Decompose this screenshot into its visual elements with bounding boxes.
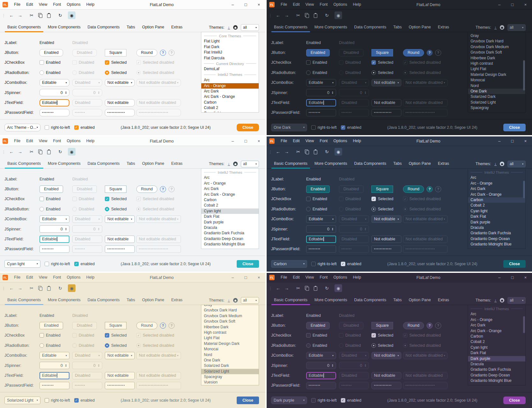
theme-list-item[interactable]: Gruvbox Dark Soft [468, 50, 525, 55]
theme-list-item[interactable]: Arc Dark - Orange [468, 328, 525, 334]
theme-list-item[interactable]: Cyan light [201, 208, 259, 214]
toolbar-grip-icon[interactable]: ⋮ [268, 13, 272, 18]
right-to-left-checkbox[interactable]: right-to-left [45, 398, 70, 403]
cut-icon[interactable]: ✂ [294, 284, 302, 292]
forward-icon[interactable]: → [16, 11, 24, 19]
theme-list-item[interactable]: Dark Flat [201, 214, 259, 219]
jpasswordfield-enabled[interactable]: •••••••• [306, 382, 336, 389]
theme-list-item[interactable]: Solarized Dark [468, 94, 525, 99]
jpasswordfield-not-editable[interactable]: •••••••••••• [105, 382, 135, 389]
refresh-icon[interactable]: ↻ [323, 148, 331, 156]
menu-help[interactable]: Help [83, 273, 97, 282]
tab-basic-components[interactable]: Basic Components [270, 159, 311, 168]
menu-help[interactable]: Help [83, 136, 97, 146]
theme-list-item[interactable]: Gray [201, 305, 259, 308]
jradiobutton-enabled[interactable]: Enabled [306, 70, 339, 75]
tab-extras[interactable]: Extras [168, 296, 186, 305]
jpasswordfield-enabled[interactable]: •••••••• [306, 109, 336, 116]
copy-icon[interactable] [36, 148, 44, 156]
help-button[interactable]: ? [160, 186, 166, 192]
cut-icon[interactable]: ✂ [294, 11, 302, 19]
jcheckbox-selected[interactable]: Selected [371, 197, 403, 201]
jcombobox-editable[interactable]: Editable [306, 215, 336, 223]
cut-icon[interactable]: ✂ [294, 148, 302, 156]
refresh-icon[interactable]: ↻ [323, 284, 331, 292]
theme-list-item[interactable]: Cyan light [201, 111, 259, 113]
back-icon[interactable]: ← [274, 11, 282, 19]
maximize-button[interactable]: □ [506, 273, 519, 282]
theme-list-item[interactable]: Vuesion [201, 380, 259, 385]
jpasswordfield-not-editable[interactable]: •••••••••••• [105, 245, 135, 253]
right-to-left-checkbox[interactable]: right-to-left [311, 398, 337, 403]
jcombobox-editable[interactable]: Editable [306, 352, 336, 359]
jradiobutton-selected[interactable]: Selected [105, 343, 136, 348]
jbutton-round[interactable]: Round [136, 186, 157, 193]
tab-option-pane[interactable]: Option Pane [139, 296, 168, 305]
jspinner-enabled[interactable]: 0 [306, 362, 336, 369]
theme-list-item[interactable]: Arc Dark - Orange [201, 192, 259, 197]
menu-options[interactable]: Options [331, 0, 350, 9]
menu-edit[interactable]: Edit [290, 273, 303, 282]
jcheckbox-enabled[interactable]: Enabled [306, 197, 339, 201]
menu-font[interactable]: Font [317, 273, 331, 282]
menu-help[interactable]: Help [350, 0, 364, 9]
eye-toggle-icon[interactable]: ◉ [334, 148, 342, 156]
menu-file[interactable]: File [11, 273, 23, 282]
jcombobox-not-editable[interactable]: Not editable [105, 215, 135, 223]
menu-font[interactable]: Font [50, 0, 64, 9]
jcombobox-editable[interactable]: Editable [40, 79, 69, 86]
forward-icon[interactable]: → [283, 11, 291, 19]
jcheckbox-enabled[interactable]: Enabled [40, 333, 72, 338]
theme-list-item[interactable]: Cobalt 2 [468, 339, 525, 345]
jcombobox-not-editable[interactable]: Not editable [371, 79, 401, 86]
theme-list-item[interactable]: Monocai [201, 346, 259, 352]
jpasswordfield-not-editable[interactable]: •••••••••••• [371, 382, 401, 389]
theme-list-item[interactable]: Arc [201, 175, 259, 180]
copy-icon[interactable] [36, 284, 44, 292]
tab-more-components[interactable]: More Components [311, 296, 351, 305]
github-icon[interactable] [500, 25, 504, 30]
theme-combobox[interactable]: Dark purple [271, 397, 307, 404]
jbutton-round[interactable]: Round [403, 322, 424, 329]
jpasswordfield-not-editable[interactable]: •••••••••••• [371, 245, 401, 253]
enabled-checkbox[interactable]: enabled [74, 125, 95, 130]
tab-basic-components[interactable]: Basic Components [4, 23, 44, 32]
cut-icon[interactable]: ✂ [28, 148, 35, 156]
theme-combobox[interactable]: Carbon [271, 260, 307, 268]
theme-list-item[interactable]: Arc Dark [468, 186, 525, 192]
theme-list-item[interactable]: DemoLaf [201, 66, 259, 72]
help-button[interactable]: ? [427, 186, 433, 192]
theme-list-item[interactable]: Dark purple [201, 220, 259, 225]
jtextfield-editable[interactable]: Editable [40, 99, 69, 106]
theme-list-item[interactable]: Dark purple [468, 220, 525, 225]
jradiobutton-enabled[interactable]: Enabled [40, 207, 72, 211]
theme-list-item[interactable]: Gradianto Dark Fuchsia [468, 367, 525, 372]
theme-list-item[interactable]: Gruvbox Dark Hard [201, 308, 259, 313]
theme-list-item[interactable]: High contrast [468, 61, 525, 66]
tab-data-components[interactable]: Data Components [351, 23, 390, 32]
theme-list-item[interactable]: Gradianto Midnight Blue [201, 242, 259, 247]
tab-basic-components[interactable]: Basic Components [270, 23, 311, 32]
jbutton-round[interactable]: Round [136, 49, 157, 56]
theme-list-item[interactable]: Gradianto Dark Fuchsia [468, 230, 525, 236]
menu-help[interactable]: Help [350, 136, 364, 146]
help-button[interactable]: ? [427, 50, 433, 56]
paste-icon[interactable] [45, 284, 53, 292]
paste-icon[interactable] [45, 148, 53, 156]
paste-icon[interactable] [312, 284, 319, 292]
theme-list-item[interactable]: Arc Dark [201, 89, 259, 94]
close-window-button[interactable]: × [519, 136, 532, 146]
enabled-checkbox[interactable]: enabled [74, 398, 95, 403]
tab-tabs[interactable]: Tabs [123, 296, 139, 305]
themes-filter-combobox[interactable]: all [507, 161, 526, 167]
theme-list-item[interactable]: Gradianto Midnight Blue [468, 378, 525, 383]
jcombobox-editable[interactable]: Editable [306, 79, 336, 86]
spinner-arrows-icon[interactable] [332, 228, 334, 231]
theme-list-item[interactable]: Material Design Dark [468, 72, 525, 77]
theme-list-item[interactable]: Arc Dark [468, 323, 525, 328]
paste-icon[interactable] [312, 11, 319, 19]
refresh-icon[interactable]: ↻ [323, 11, 331, 19]
cut-icon[interactable]: ✂ [28, 11, 35, 19]
jpasswordfield-not-editable[interactable]: •••••••••••• [105, 109, 135, 116]
eye-toggle-icon[interactable]: ◉ [68, 148, 75, 156]
